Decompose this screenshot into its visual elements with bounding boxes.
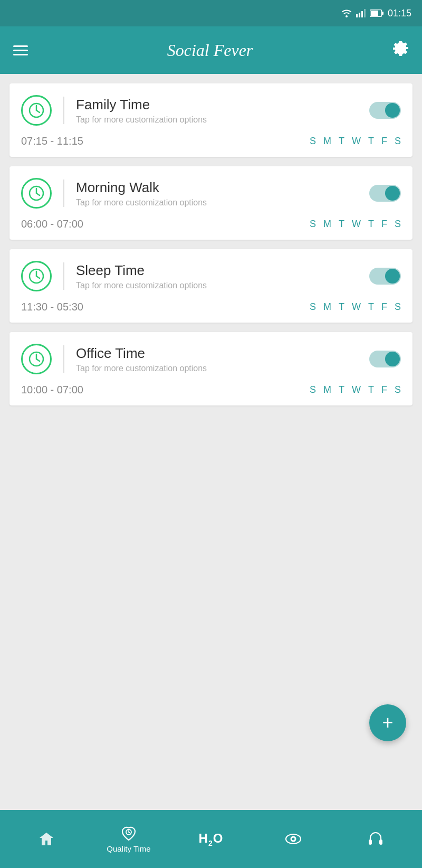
svg-rect-1 bbox=[359, 13, 360, 17]
bottom-nav: Quality Time H2O bbox=[0, 810, 422, 868]
card-left: Office Time Tap for more customization o… bbox=[21, 344, 207, 374]
status-icons: 01:15 bbox=[341, 8, 411, 19]
day-2[interactable]: T bbox=[339, 219, 344, 230]
toggle-thumb bbox=[385, 186, 400, 201]
day-5[interactable]: F bbox=[381, 136, 387, 147]
card-subtitle: Tap for more customization options bbox=[76, 364, 207, 373]
day-4[interactable]: T bbox=[368, 384, 374, 395]
day-1[interactable]: M bbox=[323, 384, 331, 395]
card-time-range: 07:15 - 11:15 bbox=[21, 135, 83, 147]
card-title: Family Time bbox=[76, 97, 207, 113]
add-button[interactable]: + bbox=[369, 704, 406, 741]
card-days: SMTWTFS bbox=[310, 384, 401, 395]
card-divider bbox=[63, 345, 64, 373]
card-bottom: 10:00 - 07:00 SMTWTFS bbox=[21, 384, 401, 396]
app-title: Social Fever bbox=[167, 41, 253, 60]
wifi-icon bbox=[341, 9, 352, 17]
day-3[interactable]: W bbox=[352, 136, 361, 147]
menu-button[interactable] bbox=[13, 45, 28, 55]
toggle-track bbox=[369, 268, 401, 285]
heart-clock-icon bbox=[120, 825, 137, 842]
svg-line-9 bbox=[36, 110, 40, 112]
card-text: Family Time Tap for more customization o… bbox=[76, 97, 207, 125]
day-0[interactable]: S bbox=[310, 301, 316, 313]
card-title: Sleep Time bbox=[76, 262, 207, 279]
card-top: Office Time Tap for more customization o… bbox=[21, 344, 401, 374]
day-1[interactable]: M bbox=[323, 301, 331, 313]
card-days: SMTWTFS bbox=[310, 219, 401, 230]
clock-icon bbox=[21, 344, 52, 374]
settings-button[interactable] bbox=[392, 40, 409, 61]
svg-rect-5 bbox=[382, 12, 383, 15]
card-divider bbox=[63, 262, 64, 290]
eye-icon bbox=[285, 833, 302, 845]
day-4[interactable]: T bbox=[368, 301, 374, 313]
day-5[interactable]: F bbox=[381, 301, 387, 313]
nav-home[interactable] bbox=[5, 831, 88, 847]
svg-point-24 bbox=[292, 838, 295, 841]
card-days: SMTWTFS bbox=[310, 301, 401, 313]
h2o-icon: H2O bbox=[199, 831, 224, 847]
main-content: Family Time Tap for more customization o… bbox=[0, 74, 422, 810]
day-6[interactable]: S bbox=[395, 219, 401, 230]
nav-quality-time[interactable]: Quality Time bbox=[88, 825, 170, 853]
card-subtitle: Tap for more customization options bbox=[76, 281, 207, 290]
card-subtitle: Tap for more customization options bbox=[76, 198, 207, 207]
day-5[interactable]: F bbox=[381, 219, 387, 230]
clock-icon bbox=[21, 178, 52, 209]
day-4[interactable]: T bbox=[368, 219, 374, 230]
card-time-range: 11:30 - 05:30 bbox=[21, 301, 83, 313]
card-title: Morning Walk bbox=[76, 180, 207, 196]
day-2[interactable]: T bbox=[339, 301, 344, 313]
nav-quality-time-label: Quality Time bbox=[107, 844, 150, 853]
toggle-morning-walk[interactable] bbox=[369, 185, 401, 202]
toggle-office-time[interactable] bbox=[369, 351, 401, 367]
toggle-thumb bbox=[385, 103, 400, 118]
nav-water[interactable]: H2O bbox=[170, 831, 252, 847]
day-3[interactable]: W bbox=[352, 301, 361, 313]
card-office-time[interactable]: Office Time Tap for more customization o… bbox=[9, 332, 413, 405]
day-6[interactable]: S bbox=[395, 384, 401, 395]
svg-line-21 bbox=[129, 832, 130, 833]
card-family-time[interactable]: Family Time Tap for more customization o… bbox=[9, 83, 413, 157]
day-1[interactable]: M bbox=[323, 136, 331, 147]
day-6[interactable]: S bbox=[395, 301, 401, 313]
card-days: SMTWTFS bbox=[310, 136, 401, 147]
day-0[interactable]: S bbox=[310, 219, 316, 230]
toggle-sleep-time[interactable] bbox=[369, 268, 401, 285]
day-0[interactable]: S bbox=[310, 384, 316, 395]
card-bottom: 11:30 - 05:30 SMTWTFS bbox=[21, 301, 401, 313]
day-4[interactable]: T bbox=[368, 136, 374, 147]
svg-rect-6 bbox=[371, 11, 378, 16]
day-3[interactable]: W bbox=[352, 219, 361, 230]
day-2[interactable]: T bbox=[339, 136, 344, 147]
day-5[interactable]: F bbox=[381, 384, 387, 395]
day-2[interactable]: T bbox=[339, 384, 344, 395]
card-left: Family Time Tap for more customization o… bbox=[21, 95, 207, 126]
svg-line-18 bbox=[36, 359, 40, 361]
card-bottom: 06:00 - 07:00 SMTWTFS bbox=[21, 218, 401, 230]
day-1[interactable]: M bbox=[323, 219, 331, 230]
toggle-family-time[interactable] bbox=[369, 102, 401, 119]
card-sleep-time[interactable]: Sleep Time Tap for more customization op… bbox=[9, 249, 413, 323]
card-divider bbox=[63, 97, 64, 124]
card-text: Sleep Time Tap for more customization op… bbox=[76, 262, 207, 290]
svg-line-12 bbox=[36, 193, 40, 195]
home-icon bbox=[39, 831, 54, 847]
svg-rect-26 bbox=[379, 839, 382, 845]
nav-eye[interactable] bbox=[252, 833, 334, 845]
card-time-range: 10:00 - 07:00 bbox=[21, 384, 83, 396]
svg-rect-3 bbox=[364, 9, 366, 17]
card-divider bbox=[63, 180, 64, 207]
toggle-thumb bbox=[385, 269, 400, 284]
svg-line-15 bbox=[36, 276, 40, 278]
card-morning-walk[interactable]: Morning Walk Tap for more customization … bbox=[9, 166, 413, 240]
day-3[interactable]: W bbox=[352, 384, 361, 395]
day-6[interactable]: S bbox=[395, 136, 401, 147]
nav-headphones[interactable] bbox=[334, 831, 417, 847]
day-0[interactable]: S bbox=[310, 136, 316, 147]
clock-icon bbox=[21, 261, 52, 291]
toggle-track bbox=[369, 102, 401, 119]
signal-icon bbox=[356, 9, 366, 17]
card-top: Family Time Tap for more customization o… bbox=[21, 95, 401, 126]
